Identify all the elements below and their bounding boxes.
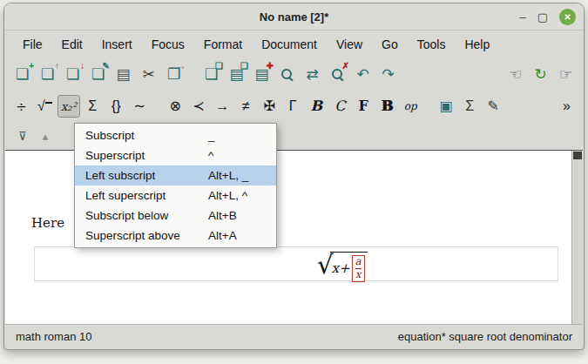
sqrt-icon-glyph: √ — [37, 99, 52, 113]
structure-exit-icon[interactable]: ⊽ — [12, 126, 33, 145]
redo-icon-glyph: ↷ — [382, 67, 394, 82]
bold-letter-icon[interactable]: B — [306, 95, 328, 118]
math-edit-icon-glyph: ✎ — [488, 99, 499, 113]
forward-hand-icon[interactable]: ☞ — [554, 63, 578, 86]
edit-tools-icon[interactable]: ❏✎ — [86, 63, 110, 86]
menu-edit[interactable]: Edit — [52, 32, 92, 57]
clipboard-icon[interactable]: ▤✚ — [250, 63, 274, 86]
paste-icon-accent: ❏ — [240, 62, 248, 71]
radicand-prefix: x+ — [331, 260, 349, 276]
menu-item-shortcut: Alt+A — [208, 229, 269, 242]
new-document-icon-glyph: ❏ — [16, 67, 29, 82]
menu-tools[interactable]: Tools — [408, 32, 456, 57]
maximize-button[interactable]: ▢ — [537, 11, 548, 23]
menu-format[interactable]: Format — [194, 32, 252, 57]
wide-accent-icon-glyph: ∼ — [134, 99, 145, 113]
search-cancel-icon-accent: ✗ — [342, 62, 349, 71]
binary-operator-icon[interactable]: ⊗ — [165, 95, 186, 118]
search-icon[interactable] — [275, 63, 299, 86]
open-document-icon-glyph: ❏ — [41, 67, 54, 82]
paste-icon[interactable]: ▤❏ — [225, 63, 248, 86]
toolbar-separator — [186, 74, 199, 75]
misc-symbol-icon[interactable]: ✠ — [259, 95, 280, 118]
refresh-icon[interactable]: ↻ — [529, 63, 552, 86]
focused-fraction[interactable]: ax — [352, 255, 365, 282]
calligraphic-letter-icon-glyph: C — [335, 99, 345, 113]
math-edit-icon[interactable]: ✎ — [483, 95, 504, 118]
statusbar: math roman 10 equation* square root deno… — [5, 324, 583, 348]
math-toolbar: ÷√x₂²Σ{}∼⊗≺→≠✠ΓBCFBop▣Σ✎» — [4, 90, 584, 123]
menu-item-left-subscript[interactable]: Left subscriptAlt+L, _ — [75, 165, 276, 185]
save-document-icon[interactable]: ❏↓ — [61, 63, 84, 86]
main-toolbar: ❏+❏↑❏↓❏✎▤✂❐→❏❏▤❏▤✚⇄✗↶↷☜↻☞ — [4, 58, 584, 90]
cut-icon-glyph: ✂ — [142, 67, 154, 82]
minimize-button[interactable]: – — [519, 11, 525, 23]
menu-help[interactable]: Help — [455, 32, 499, 57]
export-icon[interactable]: ❐→ — [162, 63, 186, 86]
menu-item-superscript[interactable]: Superscript^ — [75, 145, 276, 165]
menu-insert[interactable]: Insert — [92, 32, 142, 57]
back-hand-icon-glyph: ☜ — [509, 67, 522, 82]
titlebar[interactable]: No name [2]* – ▢ ✕ — [4, 3, 584, 30]
menu-document[interactable]: Document — [252, 32, 327, 57]
sessions-icon[interactable]: ▣ — [436, 95, 457, 118]
structure-up-icon[interactable]: ▴ — [35, 126, 56, 145]
insert-equation-icon[interactable]: Σ — [459, 95, 481, 118]
menu-file[interactable]: File — [13, 32, 52, 57]
negation-icon[interactable]: ≠ — [235, 95, 257, 118]
toolbar-overflow-chevron[interactable]: » — [556, 95, 578, 118]
search-cancel-icon[interactable]: ✗ — [326, 63, 349, 86]
scripts-icon[interactable]: x₂² — [57, 95, 80, 118]
wide-accent-icon[interactable]: ∼ — [129, 95, 151, 118]
arrow-icon[interactable]: → — [212, 95, 233, 118]
menu-item-subscript[interactable]: Subscript_ — [75, 125, 276, 145]
new-document-icon[interactable]: ❏+ — [10, 63, 34, 86]
binary-operator-icon-glyph: ⊗ — [170, 99, 181, 113]
calligraphic-letter-icon[interactable]: C — [329, 95, 351, 118]
greek-letter-icon-glyph: Γ — [289, 99, 297, 113]
sqrt-icon[interactable]: √ — [34, 95, 56, 118]
menu-view[interactable]: View — [327, 32, 372, 57]
operator-name-icon[interactable]: op — [400, 95, 422, 118]
toolbar-overflow-chevron-glyph: » — [563, 99, 571, 113]
sqrt-radical-sign: √ — [317, 250, 333, 280]
open-document-icon[interactable]: ❏↑ — [36, 63, 59, 86]
menu-item-shortcut: Alt+B — [208, 209, 269, 222]
copy-icon[interactable]: ❏❏ — [199, 63, 223, 86]
menu-go[interactable]: Go — [372, 32, 408, 57]
vertical-scrollbar[interactable] — [571, 151, 583, 324]
close-icon: ✕ — [564, 12, 571, 22]
menu-item-label: Subscript below — [85, 209, 208, 222]
menu-item-superscript-above[interactable]: Superscript aboveAlt+A — [75, 226, 276, 246]
menu-item-left-superscript[interactable]: Left superscriptAlt+L, ^ — [75, 185, 276, 206]
scrollbar-thumb[interactable] — [573, 152, 582, 159]
application-window: No name [2]* – ▢ ✕ FileEditInsertFocusFo… — [3, 3, 585, 350]
menu-item-label: Subscript — [85, 129, 208, 142]
replace-icon[interactable]: ⇄ — [301, 63, 324, 86]
brackets-icon[interactable]: {} — [105, 95, 127, 118]
print-icon-glyph: ▤ — [116, 67, 130, 82]
menu-item-shortcut: ^ — [208, 149, 269, 162]
close-button[interactable]: ✕ — [559, 9, 576, 25]
big-operator-icon[interactable]: Σ — [82, 95, 104, 118]
undo-icon[interactable]: ↶ — [351, 63, 375, 86]
fraction-icon[interactable]: ÷ — [10, 95, 32, 118]
new-document-icon-accent: + — [29, 62, 34, 71]
print-icon[interactable]: ▤ — [112, 63, 135, 86]
blackboard-letter-icon-glyph: B — [382, 99, 394, 113]
back-hand-icon[interactable]: ☜ — [504, 63, 527, 86]
binary-relation-icon[interactable]: ≺ — [188, 95, 210, 118]
refresh-icon-glyph: ↻ — [534, 67, 546, 82]
clipboard-icon-accent: ✚ — [267, 62, 274, 71]
fraktur-letter-icon[interactable]: F — [353, 95, 375, 118]
cut-icon[interactable]: ✂ — [137, 63, 160, 86]
menu-item-label: Superscript above — [85, 229, 208, 242]
redo-icon[interactable]: ↷ — [376, 63, 400, 86]
menu-focus[interactable]: Focus — [142, 32, 194, 57]
menu-item-subscript-below[interactable]: Subscript belowAlt+B — [75, 206, 276, 226]
open-document-icon-accent: ↑ — [55, 62, 59, 71]
greek-letter-icon[interactable]: Γ — [282, 95, 304, 118]
structure-up-icon-glyph: ▴ — [43, 130, 49, 143]
fraction-denominator: x — [355, 269, 362, 281]
blackboard-letter-icon[interactable]: B — [376, 95, 398, 118]
